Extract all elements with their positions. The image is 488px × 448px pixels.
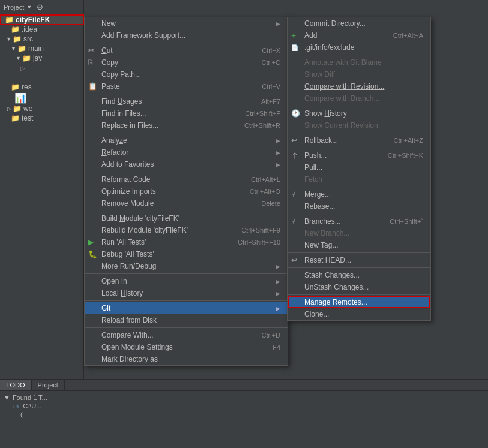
tree-item-cityfileFK[interactable]: 📁 cityFileFK xyxy=(0,15,83,25)
tree-item-label: we xyxy=(23,104,32,113)
git-rollback[interactable]: ↩ Rollback... Ctrl+Alt+Z xyxy=(288,134,430,146)
menu-mark-directory[interactable]: Mark Directory as xyxy=(85,353,288,365)
menu-label: Branches... xyxy=(304,217,341,225)
menu-label: Copy Path... xyxy=(101,70,141,79)
menu-remove-module[interactable]: Remove Module Delete xyxy=(85,197,288,209)
separator-1 xyxy=(85,43,288,43)
menu-cut[interactable]: ✂ Cut Ctrl+X xyxy=(85,44,288,56)
shortcut-optimize: Ctrl+Alt+O xyxy=(250,188,280,195)
menu-analyze[interactable]: Analyze ▶ xyxy=(85,134,288,146)
git-add[interactable]: + Add Ctrl+Alt+A xyxy=(288,29,430,41)
git-push[interactable]: ↗ Push... Ctrl+Shift+K xyxy=(288,149,430,161)
shortcut-push: Ctrl+Shift+K xyxy=(388,152,423,159)
menu-git[interactable]: Git ▶ xyxy=(85,302,288,314)
git-sep-4 xyxy=(288,148,430,148)
tree-item-label: main xyxy=(28,44,44,53)
git-branches[interactable]: ⑂ Branches... Ctrl+Shift+` xyxy=(288,215,430,227)
menu-refactor[interactable]: Refactor ▶ xyxy=(85,146,288,158)
project-header[interactable]: Project ▼ ⊕ xyxy=(0,0,83,14)
shortcut-cut: Ctrl+X xyxy=(262,47,280,54)
menu-label: Pull... xyxy=(304,163,322,172)
git-sep-2 xyxy=(288,106,430,106)
separator-5 xyxy=(85,211,288,211)
submenu-arrow: ▶ xyxy=(276,161,280,168)
git-unstash[interactable]: UnStash Changes... xyxy=(288,281,430,293)
menu-label: Replace in Files... xyxy=(101,121,158,130)
separator-7 xyxy=(85,300,288,301)
menu-copy-path[interactable]: Copy Path... xyxy=(85,68,288,80)
menu-label: Clone... xyxy=(304,310,329,318)
git-reset-head[interactable]: ↩ Reset HEAD... xyxy=(288,254,430,266)
menu-compare-with[interactable]: Compare With... Ctrl+D xyxy=(85,329,288,341)
bottom-item-detail: ( xyxy=(4,410,484,419)
git-clone[interactable]: Clone... xyxy=(288,308,430,320)
git-show-current-revision: Show Current Revision xyxy=(288,119,430,131)
git-merge[interactable]: ⑂ Merge... xyxy=(288,188,430,200)
tree-item-main[interactable]: ▼ 📁 main xyxy=(0,44,83,53)
menu-reload-disk[interactable]: Reload from Disk xyxy=(85,314,288,326)
submenu-arrow: ▶ xyxy=(276,278,280,285)
menu-rebuild[interactable]: Rebuild Module 'cityFileFK' Ctrl+Shift+F… xyxy=(85,224,288,236)
menu-replace-in-files[interactable]: Replace in Files... Ctrl+Shift+R xyxy=(85,119,288,131)
push-icon: ↗ xyxy=(289,149,301,161)
submenu-arrow: ▶ xyxy=(276,290,280,297)
git-annotate: Annotate with Git Blame xyxy=(288,56,430,68)
menu-local-history[interactable]: Local History ▶ xyxy=(85,287,288,299)
shortcut-paste: Ctrl+V xyxy=(262,83,280,90)
menu-label: Merge... xyxy=(304,190,331,199)
menu-label: Build Module 'cityFileFK' xyxy=(101,214,179,223)
expand-icon[interactable]: ▼ xyxy=(4,394,10,401)
git-stash[interactable]: Stash Changes... xyxy=(288,269,430,281)
menu-build[interactable]: Build Module 'cityFileFK' xyxy=(85,212,288,224)
tab-project[interactable]: Project xyxy=(32,380,65,390)
menu-find-in-files[interactable]: Find in Files... Ctrl+Shift+F xyxy=(85,107,288,119)
rollback-icon: ↩ xyxy=(291,136,297,145)
tree-item-we[interactable]: ▷ 📁 we xyxy=(0,104,83,113)
tree-item-idea[interactable]: 📁 .idea xyxy=(0,25,83,34)
tree-item-jav[interactable]: ▼ 📁 jav xyxy=(0,53,83,63)
project-label: Project xyxy=(4,4,24,11)
shortcut-copy: Ctrl+C xyxy=(262,59,280,66)
menu-label: Reset HEAD... xyxy=(304,256,351,264)
menu-optimize-imports[interactable]: Optimize Imports Ctrl+Alt+O xyxy=(85,185,288,197)
git-show-history[interactable]: 🕐 Show History xyxy=(288,107,430,119)
tab-todo[interactable]: TODO xyxy=(0,380,32,390)
copy-icon: ⎘ xyxy=(88,58,92,67)
git-pull[interactable]: Pull... xyxy=(288,161,430,173)
menu-debug-tests[interactable]: 🐛 Debug 'All Tests' xyxy=(85,248,288,260)
menu-add-framework[interactable]: Add Framework Support... xyxy=(85,29,288,41)
menu-copy[interactable]: ⎘ Copy Ctrl+C xyxy=(85,56,288,68)
menu-find-usages[interactable]: Find Usages Alt+F7 xyxy=(85,95,288,107)
git-show-diff: Show Diff xyxy=(288,68,430,80)
folder-icon: 📁 xyxy=(13,104,22,113)
git-manage-remotes[interactable]: Manage Remotes... xyxy=(288,296,430,308)
menu-label: New Branch... xyxy=(304,229,349,237)
git-rebase[interactable]: Rebase... xyxy=(288,200,430,212)
shortcut-reformat: Ctrl+Alt+L xyxy=(251,176,280,183)
tree-item-chart: 📊 xyxy=(0,92,83,104)
project-dropdown-icon[interactable]: ▼ xyxy=(26,4,32,10)
shortcut-find-usages: Alt+F7 xyxy=(261,98,280,105)
menu-paste[interactable]: 📋 Paste Ctrl+V xyxy=(85,80,288,92)
separator-6 xyxy=(85,273,288,274)
tree-item-label: cityFileFK xyxy=(16,16,50,24)
tree-item-src[interactable]: ▼ 📁 src xyxy=(0,34,83,44)
tree-item-res[interactable]: 📁 res xyxy=(0,82,83,92)
menu-add-favorites[interactable]: Add to Favorites ▶ xyxy=(85,158,288,170)
menu-new[interactable]: New ▶ xyxy=(85,17,288,29)
add-icon[interactable]: ⊕ xyxy=(37,2,43,11)
menu-run-tests[interactable]: ▶ Run 'All Tests' Ctrl+Shift+F10 xyxy=(85,236,288,248)
git-compare-revision[interactable]: Compare with Revision... xyxy=(288,80,430,92)
menu-module-settings[interactable]: Open Module Settings F4 xyxy=(85,341,288,353)
menu-reformat[interactable]: Reformat Code Ctrl+Alt+L xyxy=(85,173,288,185)
menu-more-run[interactable]: More Run/Debug ▶ xyxy=(85,260,288,272)
git-sep-6 xyxy=(288,214,430,214)
git-commit-dir[interactable]: Commit Directory... xyxy=(288,17,430,29)
git-new-tag[interactable]: New Tag... xyxy=(288,239,430,251)
tree-item-test[interactable]: 📁 test xyxy=(0,113,83,123)
menu-label: Add to Favorites xyxy=(101,160,154,169)
menu-open-in[interactable]: Open In ▶ xyxy=(85,275,288,287)
git-exclude[interactable]: 📄 .git/info/exclude xyxy=(288,41,430,53)
branches-icon: ⑂ xyxy=(291,217,295,225)
separator-8 xyxy=(85,327,288,328)
